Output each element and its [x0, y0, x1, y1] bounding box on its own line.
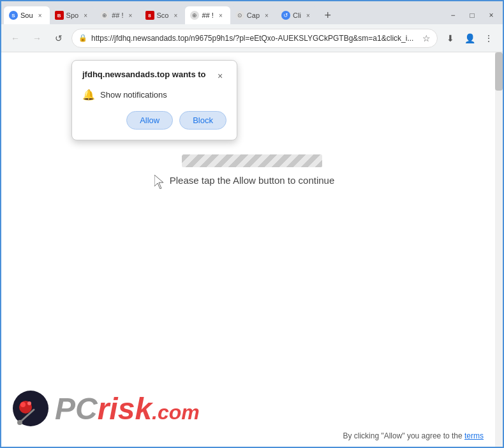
forward-button[interactable]: → — [28, 29, 46, 47]
tab-label-spo: Spo — [66, 11, 79, 19]
tab-hash2[interactable]: ⊕ ## ! × — [185, 6, 230, 24]
tab-cli[interactable]: ↺ Cli × — [276, 6, 318, 24]
minimize-button[interactable]: − — [444, 9, 462, 22]
favicon-sco: 8 — [145, 11, 154, 20]
lock-icon: 🔒 — [78, 34, 87, 42]
pcrisk-logo: PCrisk.com — [11, 389, 200, 428]
profile-button[interactable]: 👤 — [461, 29, 478, 47]
address-bar[interactable]: 🔒 https://jfdhq.newsandads.top/n9675p9h1… — [71, 29, 438, 48]
allow-button[interactable]: Allow — [126, 111, 173, 130]
tab-sou[interactable]: S Sou × — [4, 6, 50, 24]
favicon-cli: ↺ — [281, 11, 290, 20]
notification-row: 🔔 Show notifications — [82, 89, 226, 101]
bottom-disclaimer: By clicking "Allow" you agree to the ter… — [343, 431, 484, 440]
tab-label-sou: Sou — [20, 11, 33, 19]
tab-spo[interactable]: B Spo × — [50, 6, 96, 24]
tab-close-sou[interactable]: × — [36, 11, 45, 20]
tap-instruction: Please tap the Allow button to continue — [170, 175, 335, 186]
tab-cap[interactable]: ⊙ Cap × — [230, 6, 276, 24]
close-button[interactable]: × — [482, 9, 500, 22]
tab-close-cap[interactable]: × — [262, 11, 271, 20]
favicon-hash2: ⊕ — [190, 11, 199, 20]
risk-text: risk — [98, 392, 152, 426]
favicon-cap: ⊙ — [235, 11, 244, 20]
favicon-spo: B — [55, 11, 64, 20]
favicon-hash1: ⊕ — [100, 11, 109, 20]
tab-close-sco[interactable]: × — [171, 11, 180, 20]
pc-text: PC — [55, 392, 98, 426]
tab-close-spo[interactable]: × — [81, 11, 90, 20]
disclaimer-text: By clicking "Allow" you agree to the — [343, 431, 464, 440]
popup-buttons: Allow Block — [82, 111, 226, 130]
window-controls: − □ × — [444, 9, 500, 24]
new-tab-button[interactable]: + — [319, 6, 337, 24]
block-button[interactable]: Block — [179, 111, 226, 130]
tab-label-cap: Cap — [247, 11, 260, 19]
scrollbar[interactable] — [495, 52, 503, 447]
popup-close-button[interactable]: × — [214, 70, 226, 82]
tab-close-hash1[interactable]: × — [126, 11, 135, 20]
svg-point-3 — [20, 402, 26, 407]
notification-text: Show notifications — [100, 90, 167, 100]
back-button[interactable]: ← — [6, 29, 24, 47]
dotcom-text: .com — [152, 401, 200, 424]
browser-window: S Sou × B Spo × ⊕ ## ! × 8 Sco × ⊕ ## ! … — [0, 0, 504, 448]
bookmark-icon[interactable]: ☆ — [422, 33, 431, 43]
favicon-sou: S — [9, 11, 18, 20]
tab-label-sco: Sco — [157, 11, 169, 19]
tab-close-hash2[interactable]: × — [216, 11, 225, 20]
terms-link[interactable]: terms — [464, 431, 484, 440]
svg-point-4 — [27, 401, 31, 405]
tab-label-hash1: ## ! — [112, 11, 123, 19]
svg-point-6 — [17, 420, 22, 425]
nav-right-buttons: ⬇ 👤 ⋮ — [441, 29, 498, 47]
popup-header: jfdhq.newsandads.top wants to × — [82, 70, 226, 82]
tab-bar: S Sou × B Spo × ⊕ ## ! × 8 Sco × ⊕ ## ! … — [1, 1, 503, 24]
loading-bar — [182, 154, 322, 167]
tab-label-hash2: ## ! — [202, 11, 213, 19]
tab-hash1[interactable]: ⊕ ## ! × — [95, 6, 140, 24]
tab-close-cli[interactable]: × — [304, 11, 313, 20]
scrollbar-thumb[interactable] — [495, 52, 503, 91]
page-content: jfdhq.newsandads.top wants to × 🔔 Show n… — [1, 52, 503, 447]
refresh-button[interactable]: ↺ — [50, 29, 68, 47]
menu-button[interactable]: ⋮ — [480, 29, 498, 47]
download-button[interactable]: ⬇ — [441, 29, 459, 47]
nav-bar: ← → ↺ 🔒 https://jfdhq.newsandads.top/n96… — [1, 24, 503, 52]
pcrisk-icon — [11, 389, 50, 428]
maximize-button[interactable]: □ — [463, 9, 481, 22]
bell-icon: 🔔 — [82, 89, 95, 101]
pcrisk-text-container: PCrisk.com — [55, 391, 200, 426]
notification-popup: jfdhq.newsandads.top wants to × 🔔 Show n… — [71, 60, 237, 140]
address-text: https://jfdhq.newsandads.top/n9675p9h1s/… — [91, 34, 419, 43]
popup-title: jfdhq.newsandads.top wants to — [82, 70, 206, 79]
tab-label-cli: Cli — [293, 11, 301, 19]
tab-sco[interactable]: 8 Sco × — [140, 6, 186, 24]
